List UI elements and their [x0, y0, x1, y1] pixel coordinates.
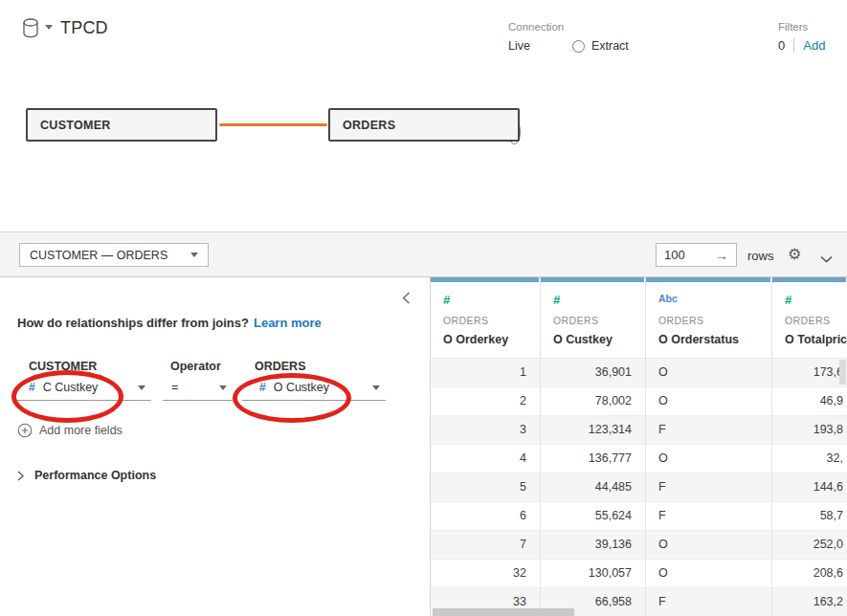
filters-label: Filters: [778, 21, 825, 33]
grid-cell: 123,314: [541, 416, 646, 445]
grid-cell: O: [646, 560, 772, 588]
grid-cell: 144,6: [772, 473, 847, 502]
live-radio-label[interactable]: Live: [508, 39, 530, 53]
grid-cell: 36,901: [541, 359, 646, 387]
canvas-table-orders[interactable]: ORDERS: [328, 108, 520, 142]
grid-cell: 58,7: [772, 502, 847, 531]
number-datatype-icon: #: [443, 293, 450, 307]
number-datatype-icon: #: [553, 293, 560, 307]
column-header-o-orderkey[interactable]: #ORDERSO Orderkey: [431, 277, 541, 359]
extract-radio[interactable]: [572, 40, 585, 53]
grid-cell: 7: [431, 531, 541, 560]
page-header: TPCD Connection Live Extract Filters 0 A…: [0, 0, 847, 67]
chevron-right-icon: [17, 471, 24, 481]
performance-options-toggle[interactable]: Performance Options: [17, 469, 156, 482]
apply-rows-arrow-icon[interactable]: →: [715, 248, 736, 263]
grid-cell: 5: [431, 473, 541, 502]
grid-cell: 6: [431, 502, 541, 531]
grid-cell: F: [646, 416, 772, 445]
grid-cell: O: [646, 359, 772, 387]
chevron-down-icon: [45, 25, 53, 30]
gear-icon[interactable]: ⚙: [788, 245, 801, 263]
canvas-table-customer-label: CUSTOMER: [40, 119, 111, 132]
table-row: 3123,314F193,8: [431, 416, 847, 445]
grid-cell: 46,9: [772, 387, 847, 416]
grid-cell: 4: [431, 445, 541, 473]
canvas-table-orders-label: ORDERS: [343, 119, 395, 132]
extract-radio-label[interactable]: Extract: [591, 39, 629, 53]
relationship-selector-value: CUSTOMER — ORDERS: [30, 249, 167, 262]
grid-cell: 39,136: [541, 531, 646, 560]
grid-cell: O: [646, 531, 772, 560]
row-count-input[interactable]: [657, 248, 704, 262]
grid-cell: F: [646, 473, 772, 502]
chevron-down-icon: [372, 385, 380, 390]
grid-cell: F: [646, 588, 772, 616]
grid-cell: 163,2: [772, 588, 847, 616]
canvas-table-customer[interactable]: CUSTOMER: [26, 108, 217, 142]
vertical-scrollbar[interactable]: [839, 360, 846, 385]
number-datatype-icon: #: [785, 293, 791, 307]
column-header-o-custkey[interactable]: #ORDERSO Custkey: [541, 277, 646, 359]
rows-label: rows: [747, 249, 773, 263]
filters-section: Filters 0 Add: [778, 21, 825, 53]
column-header-o-totalprice[interactable]: #ORDERSO Totalprice: [772, 277, 847, 359]
column-field-name: O Custkey: [553, 333, 613, 346]
column-table-name: ORDERS: [553, 315, 598, 326]
grid-cell: 136,777: [541, 445, 646, 473]
left-field-value: C Custkey: [43, 381, 99, 394]
add-more-fields-button[interactable]: Add more fields: [17, 423, 123, 438]
right-field-dropdown[interactable]: # O Custkey: [242, 375, 386, 401]
column-table-name: ORDERS: [443, 315, 488, 326]
table-row: 655,624F58,7: [431, 502, 847, 531]
grid-cell: 208,6: [772, 560, 847, 588]
column-accent-bar: [541, 277, 644, 282]
horizontal-scrollbar[interactable]: [433, 608, 574, 616]
grid-cell: F: [646, 502, 772, 531]
grid-cell: 32: [431, 560, 541, 588]
column-table-name: ORDERS: [785, 315, 830, 326]
number-datatype-icon: #: [29, 381, 35, 394]
grid-cell: 252,0: [772, 531, 847, 560]
learn-more-link[interactable]: Learn more: [254, 316, 322, 330]
collapse-panel-chevron-icon[interactable]: [402, 291, 411, 308]
operator-column-label: Operator: [170, 360, 221, 373]
data-grid: #ORDERSO Orderkey#ORDERSO CustkeyAbcORDE…: [431, 277, 847, 616]
datasource-title[interactable]: TPCD: [60, 18, 108, 38]
performance-options-label: Performance Options: [34, 469, 156, 482]
table-row: 278,002O46,9: [431, 387, 847, 416]
column-field-name: O Totalprice: [785, 333, 847, 346]
filters-add-link[interactable]: Add: [803, 38, 825, 53]
preview-toolbar: CUSTOMER — ORDERS → rows ⚙: [0, 231, 847, 277]
grid-cell: 2: [431, 387, 541, 416]
grid-cell: O: [646, 445, 772, 473]
grid-cell: 55,624: [541, 502, 646, 531]
chevron-down-icon: [219, 385, 227, 390]
chevron-down-icon: [190, 253, 198, 257]
relationship-selector-dropdown[interactable]: CUSTOMER — ORDERS: [19, 243, 209, 267]
datasource-menu[interactable]: [21, 17, 53, 43]
relationship-editor-panel: How do relationships differ from joins?L…: [0, 277, 431, 616]
column-accent-bar: [772, 277, 846, 282]
column-accent-bar: [431, 277, 539, 282]
grid-cell: 78,002: [541, 387, 646, 416]
table-row: 4136,777O32,: [431, 445, 847, 473]
grid-cell: 1: [431, 359, 541, 387]
tableau-datasource-page: { "app": { "title": "TPCD" }, "header": …: [0, 0, 847, 616]
operator-dropdown[interactable]: =: [163, 375, 233, 401]
grid-cell: 3: [431, 416, 541, 445]
connection-label: Connection: [508, 21, 629, 33]
relationship-noodle[interactable]: [219, 123, 327, 126]
column-table-name: ORDERS: [658, 315, 703, 326]
string-datatype-icon: Abc: [658, 293, 678, 304]
collapse-preview-chevron-icon[interactable]: [820, 250, 833, 267]
left-field-dropdown[interactable]: # C Custkey: [16, 375, 151, 401]
table-row: 32130,057O208,6: [431, 560, 847, 588]
database-icon: [21, 17, 40, 43]
divider: [793, 38, 794, 53]
table-row: 544,485F144,6: [431, 473, 847, 502]
plus-circle-icon: [17, 423, 33, 438]
column-field-name: O Orderstatus: [658, 333, 739, 346]
right-table-column-label: ORDERS: [255, 360, 305, 373]
column-header-o-orderstatus[interactable]: AbcORDERSO Orderstatus: [646, 277, 772, 359]
